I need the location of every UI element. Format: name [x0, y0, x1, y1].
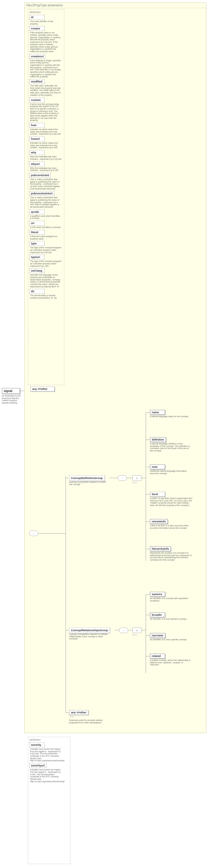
attribute-name: pubconstraint [29, 173, 51, 178]
attribute-item: severityuriIndicates how severe the impa… [29, 763, 69, 783]
element-desc: An identifier of a more generic concept. [150, 618, 192, 620]
attribute-desc: Indicates by which means the value was e… [29, 142, 62, 149]
attribute-desc: A free-text value assigned as property v… [29, 235, 62, 240]
attribute-item: pubconstrainturiOne or many constraints … [29, 191, 63, 208]
connector-line [65, 712, 69, 713]
choice-icon: ⊟ [132, 627, 142, 633]
attribute-item: whyuriWhy the metadata has been included… [29, 162, 63, 172]
element-narrower: narrower [150, 633, 166, 638]
attribute-name: why [29, 150, 44, 155]
attribute-item: creatoruriIf the attribute is empty, spe… [29, 54, 63, 79]
attribute-desc: One or many constraints that apply to pu… [29, 196, 62, 208]
connector-line [146, 412, 150, 413]
connector-line [65, 630, 69, 630]
attribute-desc: The type of the concept assigned as cont… [29, 246, 62, 254]
element-note: note [150, 464, 165, 469]
choice-icon: ⊟ [132, 475, 142, 481]
attribute-desc: A URI which identifies a concept. [29, 226, 62, 229]
attribute-item: xml:langSpecifies the language of this p… [29, 268, 63, 288]
attribute-desc: Indicates by which means the value was e… [29, 128, 62, 135]
occurrence-label: 0..∞ [133, 633, 137, 636]
attribute-desc: The local identifier of the property. [29, 20, 62, 25]
element-broader: broader [150, 613, 165, 617]
attribute-desc: If the property value is not defined, sp… [29, 31, 62, 53]
element-desc: A related concept, where the relationshi… [150, 659, 192, 666]
element-desc: A link to an item or a web resource whic… [150, 525, 192, 529]
connector-line [146, 412, 146, 561]
attribute-name: pubconstrainturi [29, 191, 54, 196]
element-definition: definition [150, 437, 166, 442]
element-sameas: sameAs [150, 592, 165, 597]
attribute-name: severity [29, 743, 44, 747]
attribute-name: custom [29, 98, 44, 102]
diagram-canvas: signal An instruction to the processor t… [0, 0, 210, 868]
connector-line [146, 636, 150, 636]
sequence-icon: ⋯ [29, 531, 38, 536]
attribute-desc: If the attribute is empty, specifies whi… [29, 59, 62, 79]
connector-line [127, 478, 132, 478]
attributes-header: attributes [29, 10, 63, 13]
any-other-attr: any ##other [30, 386, 55, 392]
attribute-item: qcodeA qualified code which identifies a… [29, 210, 63, 220]
attribute-name: qcode [29, 210, 44, 214]
attribute-name: literal [29, 230, 44, 235]
attribute-name: how [29, 123, 44, 128]
element-desc: An identifier of a concept with equivale… [150, 597, 192, 602]
element-related: related [150, 654, 165, 658]
attribute-name: uri [29, 221, 44, 225]
root-element: signal An instruction to the processor t… [2, 388, 20, 404]
attribute-name: creator [29, 26, 44, 31]
attributes-container: attributes idThe local identifier of the… [28, 9, 64, 385]
connector-line [128, 630, 132, 630]
element-desc: A natural language definition of the sem… [150, 443, 192, 452]
attribute-desc: Specifies the language of this property … [29, 274, 62, 288]
attribute-desc: One or many constraints that apply to pu… [29, 178, 62, 190]
element-facet: facet [150, 492, 165, 497]
connector-line [146, 440, 150, 440]
element-name: name [150, 410, 165, 415]
connector-line [146, 594, 146, 673]
attribute-item: uriA URI which identifies a concept. [29, 221, 63, 229]
attribute-desc: The directionality of textual content (e… [29, 294, 62, 299]
attribute-item: howIndicates by which means the value wa… [29, 123, 63, 135]
occurrence-label: 0..∞ [133, 482, 137, 484]
attribute-name: creatoruri [29, 54, 45, 59]
attribute-item: literalA free-text value assigned as pro… [29, 230, 63, 240]
attribute-item: dirThe directionality of textual content… [29, 289, 63, 299]
root-element-desc: An instruction to the processor that the… [2, 395, 23, 404]
concept-definition-group-desc: A group of properties required to define… [69, 481, 109, 486]
concept-definition-group: ConceptDefinitionGroup [69, 475, 105, 481]
connector-line [146, 467, 150, 467]
attribute-desc: Indicates how severe the impact from the… [29, 768, 62, 783]
attribute-name: dir [29, 289, 44, 294]
attribute-desc: If set to true the corresponding propert… [29, 103, 62, 122]
element-desc: An identifier of a more specific concept… [150, 639, 192, 641]
attribute-item: severityIndicates how severe the impact … [29, 743, 69, 762]
attribute-desc: The type of the concept assigned as cont… [29, 260, 62, 268]
attribute-name: type [29, 241, 44, 246]
connector-line [65, 476, 66, 712]
element-desc: Additional natural language information … [150, 470, 192, 474]
attribute-desc: A qualified code which identifies a conc… [29, 215, 62, 220]
connector-line [20, 391, 24, 391]
occurrence-label: 0..∞ [70, 715, 74, 718]
connector-line [65, 478, 69, 478]
connector-line [115, 630, 119, 630]
attributes-container-lower: attributes severityIndicates how severe … [28, 737, 70, 864]
attribute-name: modified [29, 79, 44, 84]
any-other-desc: Extension point for provider-defined pro… [69, 719, 112, 724]
attribute-desc: Why the metadata has been included - exp… [29, 155, 62, 160]
connector-line [146, 615, 150, 615]
any-other-element: any ##other [69, 710, 88, 715]
attribute-desc: Indicates how severe the impact from the… [29, 748, 62, 762]
concept-relationships-group-desc: A group of properties required to indica… [69, 633, 109, 640]
attribute-desc: The date (and, optionally, the time) whe… [29, 84, 62, 96]
attribute-item: customIf set to true the corresponding p… [29, 98, 63, 122]
connector-line [142, 478, 146, 478]
sequence-icon: ⋯ [118, 475, 127, 481]
attribute-name: id [29, 15, 44, 20]
element-hierarchyinfo: hierarchyInfo [150, 546, 171, 551]
element-remoteinfo: remoteInfo [150, 519, 168, 524]
attribute-name: whyuri [29, 162, 44, 166]
element-desc: A natural language name for the concept. [150, 415, 192, 418]
